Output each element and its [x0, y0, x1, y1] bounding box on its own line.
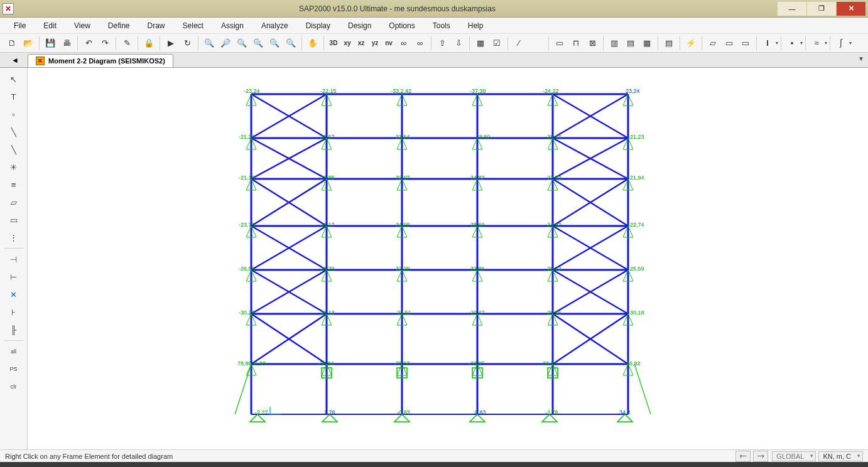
menubar: FileEditViewDefineDrawSelectAssignAnalyz… [0, 18, 868, 34]
new-button[interactable]: 🗋 [4, 36, 19, 51]
draw-rect-tool[interactable]: ▭ [6, 212, 22, 228]
taskbar-strip [0, 462, 868, 467]
svg-text:-22,74: -22,74 [628, 222, 644, 228]
tabstrip-left-icon[interactable]: ◄ [6, 54, 24, 67]
run-animation-button[interactable]: ↻ [180, 36, 195, 51]
save-button[interactable]: 💾 [43, 36, 58, 51]
zoom-in-button[interactable]: 🔍 [202, 36, 217, 51]
app-icon: ✕ [3, 3, 14, 14]
svg-text:-30,27: -30,27 [239, 309, 255, 316]
reshape-tool[interactable]: T [6, 89, 22, 105]
quick-frame-tool[interactable]: ╲ [6, 141, 22, 158]
menu-file[interactable]: File [6, 19, 33, 33]
snap-intersections-tool[interactable]: ✕ [6, 286, 22, 303]
menu-edit[interactable]: Edit [36, 19, 64, 33]
menu-select[interactable]: Select [175, 19, 211, 33]
select-all-button[interactable]: all [6, 343, 22, 360]
tabstrip-dropdown-icon[interactable]: ▼ [858, 55, 864, 62]
menu-assign[interactable]: Assign [214, 19, 251, 33]
snap-perp-tool[interactable]: ⊦ [6, 304, 22, 320]
fill-button[interactable]: ▪ [784, 36, 800, 51]
draw-poly-tool[interactable]: ▱ [6, 194, 22, 210]
quick-draw-button[interactable]: ⚡ [683, 36, 698, 51]
hook-button[interactable]: ʃ [833, 36, 849, 51]
section-button[interactable]: I [760, 36, 775, 51]
draw-special-joint-tool[interactable]: ▫ [6, 106, 22, 122]
zoom-selection-button[interactable]: 🔍 [283, 36, 298, 51]
menu-design[interactable]: Design [340, 19, 379, 33]
svg-text:-35,53: -35,53 [394, 360, 410, 367]
zoom-out-button[interactable]: 🔎 [218, 36, 233, 51]
menu-draw[interactable]: Draw [140, 19, 173, 33]
draw-frame-tool[interactable]: ╲ [6, 124, 22, 140]
svg-text:-33,2,42: -33,2,42 [391, 88, 411, 94]
object-shrink-button[interactable]: ▦ [473, 36, 488, 51]
draw-secondary-tool[interactable]: ≡ [6, 176, 22, 193]
lock-button[interactable]: 🔒 [141, 36, 156, 51]
quick-area-tool[interactable]: ⋮ [6, 229, 22, 245]
wave-button[interactable]: ≈ [809, 36, 824, 51]
zoom-window-button[interactable]: 🔍 [267, 36, 282, 51]
menu-options[interactable]: Options [381, 19, 422, 33]
nav-next-button[interactable]: 🡒 [753, 451, 768, 462]
coord-system-combo[interactable]: GLOBAL [772, 451, 816, 461]
menu-view[interactable]: View [67, 19, 98, 33]
draw-button[interactable]: ✎ [119, 36, 134, 51]
open-button[interactable]: 📂 [21, 36, 36, 51]
zoom-fit-button[interactable]: 🔍 [234, 36, 249, 51]
design1-button[interactable]: ▱ [705, 36, 720, 51]
perspective-button[interactable]: ∞ [396, 36, 411, 51]
units-combo[interactable]: KN, m, C [818, 451, 863, 461]
show-stresses-button[interactable]: ▦ [639, 36, 654, 51]
menu-define[interactable]: Define [100, 19, 138, 33]
run-button[interactable]: ▶ [163, 36, 178, 51]
tab-moment-diagram[interactable]: ✕ Moment 2-2 Diagram (SEISMIKOS2) [28, 54, 173, 67]
move-up-button[interactable]: ⇧ [435, 36, 450, 51]
show-tables-button[interactable]: ▤ [661, 36, 676, 51]
menu-display[interactable]: Display [298, 19, 338, 33]
show-deformed-button[interactable]: ▥ [607, 36, 622, 51]
assign-frame-button[interactable]: ▭ [552, 36, 567, 51]
menu-tools[interactable]: Tools [425, 19, 458, 33]
set-display-button[interactable]: ☑ [489, 36, 504, 51]
zoom-prev-button[interactable]: 🔍 [251, 36, 266, 51]
svg-text:-37,39: -37,39 [470, 88, 486, 94]
redo-button[interactable]: ↷ [97, 36, 112, 51]
snap-points-tool[interactable]: ⊣ [6, 251, 22, 267]
undo-button[interactable]: ↶ [81, 36, 96, 51]
snap-midpoints-tool[interactable]: ⊢ [6, 269, 22, 285]
measure-button[interactable]: ⁄ [511, 36, 526, 51]
design2-button[interactable]: ▭ [722, 36, 737, 51]
view-nv-button[interactable]: nv [382, 36, 395, 51]
svg-text:-2,27: -2,27 [255, 409, 268, 416]
nav-prev-button[interactable]: 🡐 [735, 451, 751, 462]
assign-area-button[interactable]: ⊓ [568, 36, 583, 51]
pan-button[interactable]: ✋ [305, 36, 320, 51]
prev-selection-button[interactable]: PS [6, 361, 22, 377]
maximize-button[interactable]: ❐ [807, 2, 836, 16]
minimize-button[interactable]: — [778, 2, 806, 16]
model-canvas[interactable]: -23,24-22,15-33,2,42-37,39-24,2223,24-21… [28, 68, 868, 449]
pointer-tool[interactable]: ↖ [6, 71, 22, 87]
clear-selection-button[interactable]: clr [6, 378, 22, 395]
view-xz-button[interactable]: xz [355, 36, 367, 51]
svg-text:-21,94: -21,94 [628, 174, 644, 181]
svg-text:-26,13: -26,13 [318, 309, 335, 316]
print-button[interactable]: 🖶 [59, 36, 74, 51]
svg-text:-24,22: -24,22 [543, 88, 559, 94]
snap-lines-tool[interactable]: ╟ [6, 321, 22, 338]
view-3d-button[interactable]: 3D [327, 36, 340, 51]
view-yz-button[interactable]: yz [369, 36, 381, 51]
titlebar: ✕ SAP2000 v15.0.0 Ultimate - me sundesmo… [0, 0, 868, 18]
view-xy-button[interactable]: xy [341, 36, 354, 51]
menu-analyze[interactable]: Analyze [254, 19, 296, 33]
menu-help[interactable]: Help [460, 19, 491, 33]
perspective2-button[interactable]: ∞ [413, 36, 428, 51]
show-forces-button[interactable]: ▤ [623, 36, 638, 51]
assign-link-button[interactable]: ⊠ [585, 36, 600, 51]
draw-brace-tool[interactable]: ✳ [6, 159, 22, 175]
move-down-button[interactable]: ⇩ [451, 36, 466, 51]
close-button[interactable]: ✕ [837, 2, 865, 16]
svg-text:-25,59: -25,59 [628, 266, 644, 272]
design3-button[interactable]: ▭ [738, 36, 753, 51]
